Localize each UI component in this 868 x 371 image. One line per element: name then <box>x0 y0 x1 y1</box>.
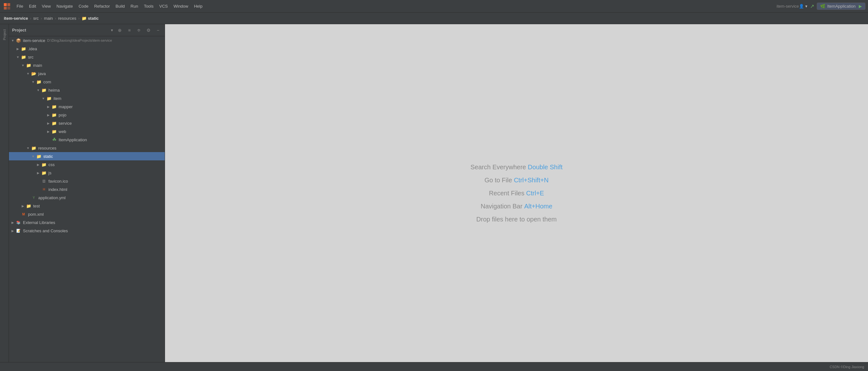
breadcrumb-main[interactable]: main <box>44 16 53 21</box>
status-text: CSDN ©Ding Jiaxiong <box>830 365 864 369</box>
tree-toggle-static[interactable]: ▼ <box>31 154 36 159</box>
tree-item-favicon.ico[interactable]: 🖼favicon.ico <box>9 177 165 185</box>
tree-item-src[interactable]: ▼📁src <box>9 53 165 61</box>
tree-label-heima: heima <box>49 88 60 93</box>
tree-icon-pom.xml: M <box>21 211 27 217</box>
panel-action-locate[interactable]: ⊕ <box>116 27 123 34</box>
tree-item-external-libs[interactable]: ▶📚External Libraries <box>9 218 165 227</box>
tree-item-pom.xml[interactable]: Mpom.xml <box>9 210 165 218</box>
tree-toggle-mapper[interactable]: ▶ <box>46 104 51 109</box>
tree-toggle-idea[interactable]: ▶ <box>15 46 21 51</box>
tree-item-test[interactable]: ▶📁test <box>9 202 165 210</box>
breadcrumb-src[interactable]: src <box>33 16 38 21</box>
tree-toggle-css[interactable]: ▶ <box>36 162 41 167</box>
tree-item-application.yml[interactable]: Yapplication.yml <box>9 194 165 202</box>
menu-bar: File Edit View Navigate Code Refactor Bu… <box>14 3 770 10</box>
tree-item-scratches[interactable]: ▶📝Scratches and Consoles <box>9 227 165 235</box>
tree-item-idea[interactable]: ▶📁.idea <box>9 44 165 53</box>
panel-dropdown-icon[interactable]: ▼ <box>110 28 114 32</box>
tree-toggle-src[interactable]: ▼ <box>15 55 21 60</box>
tree-toggle-heima[interactable]: ▼ <box>36 88 41 93</box>
run-config-label: ItemApplication <box>827 4 856 9</box>
tree-item-js[interactable]: ▶📁js <box>9 169 165 177</box>
tree-toggle-web[interactable]: ▶ <box>46 129 51 134</box>
tree-item-service[interactable]: ▶📁service <box>9 119 165 127</box>
menu-run[interactable]: Run <box>128 3 141 10</box>
menu-tools[interactable]: Tools <box>142 3 156 10</box>
menu-navigate[interactable]: Navigate <box>54 3 75 10</box>
tree-item-resources[interactable]: ▼📁resources <box>9 144 165 152</box>
panel-action-settings[interactable]: ⚙ <box>145 27 152 34</box>
tree-label-com: com <box>43 79 51 84</box>
tree-icon-ItemApplication: ☘ <box>51 137 57 142</box>
tree-item-web[interactable]: ▶📁web <box>9 127 165 136</box>
tree-item-index.html[interactable]: Hindex.html <box>9 185 165 194</box>
menu-view[interactable]: View <box>39 3 53 10</box>
tree-toggle-test[interactable]: ▶ <box>21 203 26 208</box>
tree-toggle-main[interactable]: ▼ <box>21 63 26 68</box>
tree-icon-web: 📁 <box>51 129 57 134</box>
tree-item-ItemApplication[interactable]: ☘ItemApplication <box>9 136 165 144</box>
hint-goto-key: Ctrl+Shift+N <box>514 177 549 183</box>
menu-build[interactable]: Build <box>113 3 127 10</box>
run-config-button[interactable]: 🌿 ItemApplication ▶ <box>817 3 865 10</box>
tree-toggle-com[interactable]: ▼ <box>31 79 36 84</box>
tree-toggle-service[interactable]: ▶ <box>46 121 51 126</box>
tree-label-application.yml: application.yml <box>38 195 66 200</box>
tree-toggle-js[interactable]: ▶ <box>36 170 41 175</box>
account-button[interactable]: 👤 ▾ <box>799 4 807 9</box>
tree-icon-resources: 📁 <box>31 145 37 150</box>
menu-refactor[interactable]: Refactor <box>92 3 113 10</box>
window-title: item-service <box>777 4 799 9</box>
breadcrumb-static[interactable]: static <box>88 16 99 21</box>
tree-toggle-scratches[interactable]: ▶ <box>10 228 15 233</box>
main-layout: Project Project ▼ ⊕ ≡ ≑ ⚙ − ▼📦item-servi… <box>0 24 868 362</box>
project-panel: Project ▼ ⊕ ≡ ≑ ⚙ − ▼📦item-serviceD:\Din… <box>9 24 165 362</box>
hint-search-everywhere: Search Everywhere Double Shift <box>470 164 562 171</box>
breadcrumb-resources[interactable]: resources <box>58 16 76 21</box>
panel-action-scroll-from-source[interactable]: ≡ <box>126 27 133 34</box>
tree-toggle-java[interactable]: ▼ <box>26 71 31 76</box>
tree-item-mapper[interactable]: ▶📁mapper <box>9 102 165 111</box>
tree-toggle-index.html[interactable] <box>36 187 41 192</box>
menu-file[interactable]: File <box>14 3 26 10</box>
menu-edit[interactable]: Edit <box>26 3 38 10</box>
tree-toggle-external-libs[interactable]: ▶ <box>10 220 15 225</box>
menu-window[interactable]: Window <box>171 3 191 10</box>
hint-recent-text: Recent Files <box>489 190 524 197</box>
panel-action-minimize[interactable]: − <box>154 27 161 34</box>
tree-toggle-pom.xml[interactable] <box>15 211 21 217</box>
tree-item-pojo[interactable]: ▶📁pojo <box>9 111 165 119</box>
tree-icon-root: 📦 <box>15 38 22 43</box>
breadcrumb-sep-1: › <box>30 16 31 21</box>
tree-item-heima[interactable]: ▼📁heima <box>9 86 165 94</box>
panel-action-collapse[interactable]: ≑ <box>135 27 143 34</box>
tree-label-main: main <box>33 63 42 68</box>
tree-item-item[interactable]: ▼📁item <box>9 94 165 102</box>
tree-label-resources: resources <box>38 146 56 150</box>
tree-path-root: D:\DingJiaxiong\IdeaProjects\item-servic… <box>47 38 112 42</box>
tree-item-css[interactable]: ▶📁css <box>9 160 165 169</box>
tree-item-com[interactable]: ▼📁com <box>9 78 165 86</box>
menu-code[interactable]: Code <box>76 3 91 10</box>
tree-container[interactable]: ▼📦item-serviceD:\DingJiaxiong\IdeaProjec… <box>9 36 165 362</box>
menu-vcs[interactable]: VCS <box>157 3 170 10</box>
run-button[interactable]: ▶ <box>859 4 862 9</box>
tree-toggle-pojo[interactable]: ▶ <box>46 112 51 117</box>
tree-item-static[interactable]: ▼📁static <box>9 152 165 160</box>
menu-help[interactable]: Help <box>191 3 205 10</box>
hint-nav-bar: Navigation Bar Alt+Home <box>480 203 552 210</box>
hint-drop-text: Drop files here to open them <box>476 216 556 223</box>
breadcrumb-root[interactable]: item-service <box>4 16 28 21</box>
tree-item-root[interactable]: ▼📦item-serviceD:\DingJiaxiong\IdeaProjec… <box>9 36 165 44</box>
tree-toggle-root[interactable]: ▼ <box>10 38 15 43</box>
tree-label-test: test <box>33 204 40 208</box>
tree-toggle-item[interactable]: ▼ <box>41 96 46 101</box>
tree-toggle-favicon.ico[interactable] <box>36 178 41 183</box>
tree-item-main[interactable]: ▼📁main <box>9 61 165 69</box>
tree-toggle-application.yml[interactable] <box>26 195 31 200</box>
tree-toggle-ItemApplication[interactable] <box>46 137 51 142</box>
strip-project[interactable]: Project <box>1 27 8 43</box>
tree-item-java[interactable]: ▼📂java <box>9 69 165 78</box>
tree-toggle-resources[interactable]: ▼ <box>26 145 31 150</box>
